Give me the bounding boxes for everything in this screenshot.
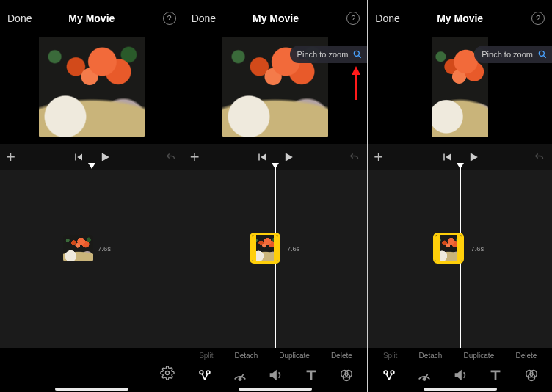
top-bar: Done My Movie ? xyxy=(0,0,184,37)
filters-tool-button[interactable] xyxy=(338,367,355,383)
project-title: My Movie xyxy=(68,12,115,24)
pinch-to-zoom-tooltip[interactable]: Pinch to zoom xyxy=(290,46,368,63)
undo-button[interactable] xyxy=(533,150,546,164)
skip-start-button[interactable] xyxy=(440,150,453,164)
pinch-to-zoom-tooltip[interactable]: Pinch to zoom xyxy=(474,46,552,63)
panel-3: Done My Movie ? Pinch to zoom + 7.6s xyxy=(368,0,552,392)
screenshot-triptych: Done My Movie ? + 7.6s xyxy=(0,0,552,392)
video-clip[interactable] xyxy=(63,235,93,261)
titles-tool-button[interactable] xyxy=(487,367,504,383)
panel-2: Done My Movie ? Pinch to zoom + xyxy=(184,0,368,392)
settings-button[interactable] xyxy=(160,366,175,380)
timeline[interactable]: 7.6s xyxy=(368,170,552,348)
volume-tool-button[interactable] xyxy=(267,367,283,383)
clip-action-labels: Split Detach Duplicate Delete xyxy=(368,352,552,360)
preview-video-frame[interactable] xyxy=(39,37,145,137)
home-indicator[interactable] xyxy=(55,388,128,391)
add-media-button[interactable]: + xyxy=(6,148,15,167)
clip-track: 7.6s xyxy=(368,235,552,261)
project-title: My Movie xyxy=(437,12,483,24)
titles-tool-button[interactable] xyxy=(303,367,319,383)
home-indicator[interactable] xyxy=(424,388,497,391)
pinch-to-zoom-label: Pinch to zoom xyxy=(482,50,533,59)
preview-area[interactable]: Pinch to zoom xyxy=(184,37,368,144)
clip-duration-label: 7.6s xyxy=(287,244,300,253)
annotation-arrow xyxy=(351,66,361,103)
clip-track: 7.6s xyxy=(0,235,184,261)
preview-area[interactable] xyxy=(0,37,184,144)
speed-tool-button[interactable] xyxy=(232,367,248,383)
play-button[interactable] xyxy=(281,150,296,164)
preview-area[interactable]: Pinch to zoom xyxy=(368,37,552,144)
timeline[interactable]: 7.6s xyxy=(184,170,368,348)
edit-toolbar xyxy=(184,363,368,388)
done-button[interactable]: Done xyxy=(192,12,216,24)
video-clip-selected[interactable] xyxy=(435,235,462,261)
done-button[interactable]: Done xyxy=(7,12,32,24)
edit-toolbar xyxy=(368,363,552,388)
clip-track: 7.6s xyxy=(184,235,368,261)
detach-label: Detach xyxy=(419,352,443,360)
pinch-to-zoom-label: Pinch to zoom xyxy=(297,50,349,59)
duplicate-label: Duplicate xyxy=(464,352,495,360)
help-button[interactable]: ? xyxy=(163,12,176,25)
actions-tool-button[interactable] xyxy=(381,367,397,383)
split-label: Split xyxy=(199,352,213,360)
volume-tool-button[interactable] xyxy=(452,367,468,383)
clip-action-labels: Split Detach Duplicate Delete xyxy=(184,352,368,360)
filters-tool-button[interactable] xyxy=(523,367,540,383)
svg-point-1 xyxy=(355,51,360,56)
skip-start-button[interactable] xyxy=(71,150,84,164)
home-indicator[interactable] xyxy=(239,388,312,391)
done-button[interactable]: Done xyxy=(375,12,399,24)
svg-line-11 xyxy=(543,55,545,57)
add-media-button[interactable]: + xyxy=(374,148,383,167)
magnifier-icon xyxy=(352,49,363,59)
clip-duration-label: 7.6s xyxy=(98,244,111,253)
settings-corner xyxy=(160,366,175,383)
video-clip-selected[interactable] xyxy=(252,235,278,261)
play-button[interactable] xyxy=(466,150,481,164)
svg-line-2 xyxy=(359,55,361,57)
project-title: My Movie xyxy=(253,12,299,24)
play-button[interactable] xyxy=(98,150,112,164)
timeline[interactable]: 7.6s xyxy=(0,170,184,348)
clip-duration-label: 7.6s xyxy=(471,244,484,253)
split-label: Split xyxy=(383,352,397,360)
top-bar: Done My Movie ? xyxy=(184,0,368,37)
magnifier-icon xyxy=(537,49,548,59)
delete-label: Delete xyxy=(515,352,537,360)
help-button[interactable]: ? xyxy=(531,12,545,25)
delete-label: Delete xyxy=(331,352,352,360)
detach-label: Detach xyxy=(235,352,258,360)
speed-tool-button[interactable] xyxy=(416,367,432,383)
duplicate-label: Duplicate xyxy=(279,352,310,360)
skip-start-button[interactable] xyxy=(255,150,268,164)
add-media-button[interactable]: + xyxy=(190,148,200,167)
undo-button[interactable] xyxy=(164,150,178,164)
help-button[interactable]: ? xyxy=(346,12,360,25)
top-bar: Done My Movie ? xyxy=(368,0,552,37)
undo-button[interactable] xyxy=(348,150,361,164)
svg-point-0 xyxy=(165,371,169,375)
actions-tool-button[interactable] xyxy=(197,367,213,383)
panel-1: Done My Movie ? + 7.6s xyxy=(0,0,184,392)
svg-point-10 xyxy=(539,51,544,56)
